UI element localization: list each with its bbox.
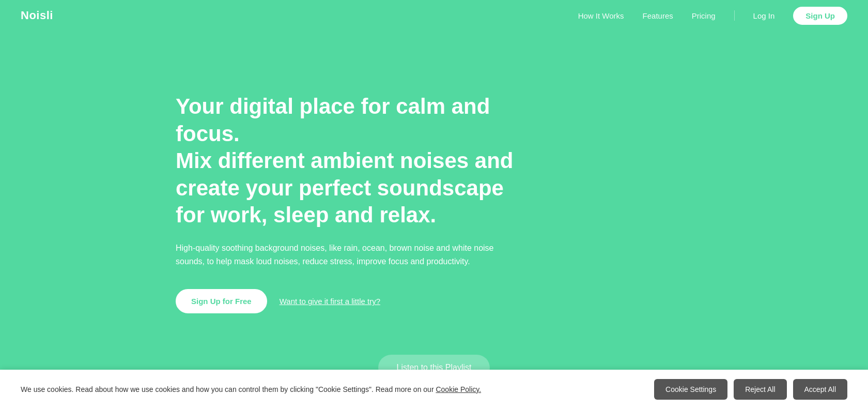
- navbar: Noisli How It Works Features Pricing Log…: [0, 0, 868, 31]
- nav-link-features[interactable]: Features: [643, 11, 673, 20]
- nav-link-how-it-works[interactable]: How It Works: [578, 11, 624, 20]
- reject-all-button[interactable]: Reject All: [734, 379, 786, 400]
- nav-login[interactable]: Log In: [753, 11, 775, 20]
- nav-links: How It Works Features Pricing Log In Sig…: [578, 7, 847, 25]
- nav-logo[interactable]: Noisli: [21, 9, 53, 22]
- accept-all-button[interactable]: Accept All: [793, 379, 847, 400]
- hero-subtext: High-quality soothing background noises,…: [176, 241, 512, 269]
- nav-signup-button[interactable]: Sign Up: [793, 7, 847, 25]
- nav-link-pricing[interactable]: Pricing: [692, 11, 716, 20]
- cookie-text: We use cookies. Read about how we use co…: [21, 384, 642, 395]
- try-link[interactable]: Want to give it first a little try?: [280, 297, 380, 306]
- cookie-policy-link[interactable]: Cookie Policy.: [436, 385, 481, 393]
- cookie-banner: We use cookies. Read about how we use co…: [0, 370, 868, 409]
- hero-headline: Your digital place for calm and focus. M…: [176, 93, 537, 229]
- nav-separator: [734, 10, 735, 21]
- hero-section: Your digital place for calm and focus. M…: [0, 0, 868, 409]
- hero-actions: Sign Up for Free Want to give it first a…: [176, 289, 537, 313]
- hero-content: Your digital place for calm and focus. M…: [176, 93, 537, 313]
- signup-free-button[interactable]: Sign Up for Free: [176, 289, 267, 313]
- cookie-buttons: Cookie Settings Reject All Accept All: [654, 379, 847, 400]
- cookie-settings-button[interactable]: Cookie Settings: [654, 379, 727, 400]
